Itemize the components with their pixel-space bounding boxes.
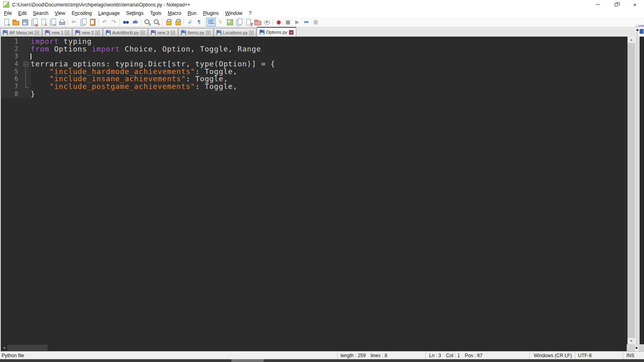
copy-button[interactable] bbox=[78, 18, 88, 27]
scroll-up-icon[interactable]: ▲ bbox=[627, 37, 635, 43]
macro-stop-button[interactable]: ■ bbox=[283, 18, 293, 27]
save-all-button[interactable]: ● bbox=[29, 18, 39, 27]
sync-horizontal-scrolling-button[interactable] bbox=[173, 18, 182, 27]
close-all-button[interactable]: × bbox=[48, 18, 57, 27]
close-tab-icon[interactable]: × bbox=[289, 30, 293, 35]
save-file-button[interactable] bbox=[20, 18, 29, 27]
menu-macro[interactable]: Macro bbox=[165, 9, 184, 17]
view-splitter[interactable]: ◀ bbox=[635, 25, 639, 351]
menu-language[interactable]: Language bbox=[95, 9, 123, 17]
macro-save-button[interactable]: ▦ bbox=[311, 18, 320, 27]
tab-scroll-left-icon[interactable]: ◀ bbox=[635, 28, 639, 32]
menu-settings[interactable]: Settings bbox=[123, 9, 147, 17]
close-file-button[interactable]: × bbox=[39, 18, 48, 27]
paste-icon bbox=[89, 19, 96, 26]
line-number: 5 bbox=[1, 68, 23, 76]
macro-record-button[interactable]: ● bbox=[274, 18, 283, 27]
macro-run-multiple-button[interactable]: ▶▶ bbox=[302, 18, 311, 27]
file-save-state-icon bbox=[106, 30, 111, 35]
replace-button[interactable]: ab bbox=[130, 18, 140, 27]
close-icon: × bbox=[633, 2, 636, 8]
new-file-button[interactable]: + bbox=[2, 18, 11, 27]
menu-file[interactable]: File bbox=[1, 9, 15, 17]
tab-label: Locations.py bbox=[223, 30, 248, 35]
horizontal-scrollbar-thumb[interactable] bbox=[7, 345, 47, 351]
scroll-left-icon[interactable]: ◀ bbox=[1, 344, 7, 351]
fold-collapse-icon[interactable] bbox=[23, 60, 31, 68]
menu-run[interactable]: Run bbox=[184, 9, 200, 17]
macro-stop-icon: ■ bbox=[285, 19, 292, 26]
code-line-2[interactable]: 2from Options import Choice, Option, Tog… bbox=[1, 45, 627, 53]
fold-margin bbox=[23, 53, 31, 60]
menu-help[interactable]: ? bbox=[246, 9, 255, 17]
save-file-icon bbox=[21, 19, 29, 26]
vertical-scrollbar-track[interactable] bbox=[627, 43, 635, 338]
cut-button[interactable]: ✂ bbox=[69, 18, 78, 27]
open-file-button[interactable] bbox=[11, 18, 20, 27]
word-wrap-button[interactable]: ↲ bbox=[185, 18, 194, 27]
close-tab-icon[interactable]: × bbox=[140, 31, 145, 35]
menu-plugins[interactable]: Plugins bbox=[200, 9, 222, 17]
redo-button[interactable]: ↷ bbox=[109, 18, 118, 27]
scroll-down-icon[interactable]: ▼ bbox=[627, 338, 635, 344]
tab-new-1[interactable]: new 1× bbox=[42, 28, 72, 37]
window-controls: × bbox=[588, 0, 644, 9]
tab-label: Options.py bbox=[266, 30, 287, 35]
close-tab-icon[interactable]: × bbox=[95, 31, 100, 35]
vertical-scrollbar[interactable]: ▲ ▼ bbox=[627, 37, 635, 344]
restore-button[interactable] bbox=[607, 0, 625, 9]
close-button[interactable]: × bbox=[625, 0, 644, 9]
find-button[interactable] bbox=[121, 18, 130, 27]
horizontal-scrollbar-track[interactable] bbox=[47, 344, 627, 351]
menu-window[interactable]: Window bbox=[222, 9, 246, 17]
close-tab-icon[interactable]: × bbox=[206, 31, 211, 35]
monitoring-button[interactable] bbox=[262, 18, 271, 27]
sync-vertical-scrolling-icon bbox=[165, 19, 172, 26]
editor[interactable]: 1import typing2from Options import Choic… bbox=[0, 37, 627, 344]
show-indent-guide-button[interactable] bbox=[206, 18, 216, 27]
secondary-view-editor bbox=[639, 37, 644, 344]
tab-autoworld-py[interactable]: AutoWorld.py× bbox=[103, 28, 148, 37]
line-number: 4 bbox=[1, 60, 23, 68]
tab-items-py[interactable]: Items.py× bbox=[178, 28, 213, 37]
document-list-button[interactable] bbox=[234, 18, 244, 27]
zoom-out-button[interactable]: − bbox=[152, 18, 161, 27]
code-line-8[interactable]: 8} bbox=[1, 90, 627, 98]
paste-button[interactable] bbox=[88, 18, 97, 27]
close-tab-icon[interactable]: × bbox=[35, 31, 39, 35]
horizontal-scrollbar[interactable]: ◀ bbox=[0, 344, 644, 351]
macro-save-icon: ▦ bbox=[312, 19, 320, 26]
close-tab-icon[interactable]: × bbox=[65, 31, 69, 35]
undo-button[interactable]: ↶ bbox=[100, 18, 109, 27]
menu-edit[interactable]: Edit bbox=[15, 9, 30, 17]
fold-margin bbox=[23, 38, 31, 45]
function-completion-button[interactable]: ϟ bbox=[216, 18, 225, 27]
tab-new-2[interactable]: new 2× bbox=[72, 28, 102, 37]
status-value: lines : 8 bbox=[371, 353, 387, 358]
status-value: Python file bbox=[2, 353, 24, 358]
menu-view[interactable]: View bbox=[52, 9, 68, 17]
menu-search[interactable]: Search bbox=[30, 9, 52, 17]
menu-tools[interactable]: Tools bbox=[147, 9, 165, 17]
close-tab-icon[interactable]: × bbox=[171, 31, 175, 35]
tab-new-3[interactable]: new 3× bbox=[148, 28, 178, 37]
tab-ap-ideas-txt[interactable]: AP Ideas.txt× bbox=[0, 28, 42, 37]
file-save-state-icon bbox=[3, 30, 8, 35]
show-all-characters-button[interactable]: ¶ bbox=[194, 18, 204, 27]
sync-vertical-scrolling-button[interactable] bbox=[164, 18, 173, 27]
menu-bar: FileEditSearchViewEncodingLanguageSettin… bbox=[0, 9, 644, 17]
document-map-button[interactable] bbox=[225, 18, 234, 27]
tab-locations-py[interactable]: Locations.py× bbox=[214, 28, 257, 37]
status-doc-type: Python file bbox=[0, 352, 337, 359]
folder-as-workspace-button[interactable] bbox=[253, 18, 262, 27]
function-list-button[interactable]: f bbox=[244, 18, 253, 27]
line-number: 6 bbox=[1, 75, 23, 83]
close-tab-icon[interactable]: × bbox=[249, 31, 254, 35]
macro-play-button[interactable]: ▶ bbox=[293, 18, 302, 27]
minimize-button[interactable] bbox=[588, 0, 607, 9]
zoom-in-button[interactable]: + bbox=[142, 18, 152, 27]
menu-encoding[interactable]: Encoding bbox=[68, 9, 95, 17]
tab-options-py[interactable]: Options.py× bbox=[257, 27, 296, 37]
print-button[interactable] bbox=[57, 18, 66, 27]
code-line-7[interactable]: 7 "include_postgame_achievements": Toggl… bbox=[1, 83, 627, 90]
